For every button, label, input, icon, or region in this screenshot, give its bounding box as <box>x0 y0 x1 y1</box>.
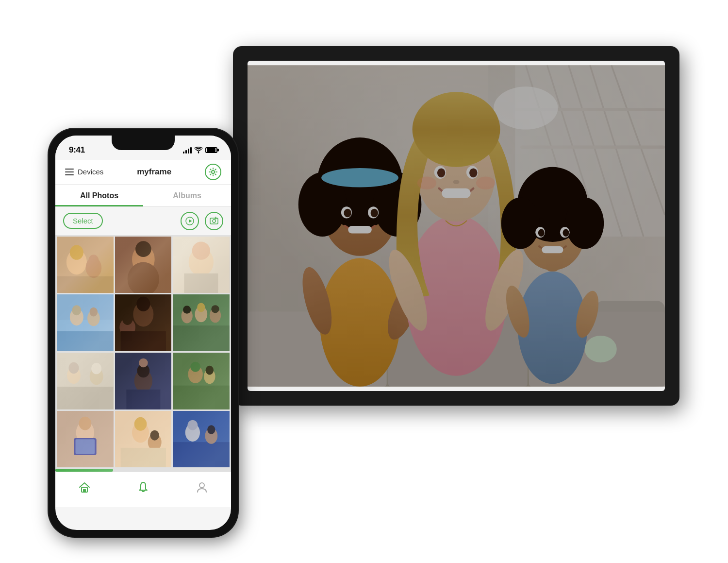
svg-point-111 <box>139 358 148 368</box>
svg-rect-63 <box>210 218 218 224</box>
svg-point-107 <box>91 363 101 374</box>
select-button[interactable]: Select <box>63 213 103 229</box>
devices-label[interactable]: Devices <box>78 168 103 176</box>
svg-point-97 <box>183 306 191 314</box>
svg-rect-82 <box>57 328 114 351</box>
svg-point-71 <box>88 255 99 266</box>
svg-point-76 <box>127 262 159 293</box>
svg-point-78 <box>189 248 214 276</box>
battery-icon <box>205 147 217 153</box>
svg-point-109 <box>134 370 152 392</box>
svg-point-70 <box>85 257 101 278</box>
svg-point-135 <box>207 425 215 434</box>
scroll-thumb <box>55 469 113 472</box>
play-circle-icon <box>185 217 194 225</box>
svg-point-84 <box>70 308 83 325</box>
svg-point-101 <box>212 305 219 313</box>
hamburger-menu-icon[interactable] <box>65 169 74 175</box>
photo-cell-4[interactable] <box>57 294 114 351</box>
bottom-nav <box>55 472 231 507</box>
svg-point-106 <box>90 368 103 385</box>
svg-point-120 <box>76 421 94 444</box>
tab-all-photos[interactable]: All Photos <box>55 185 143 206</box>
svg-point-69 <box>70 245 83 259</box>
app-header: Devices myframe <box>55 160 231 185</box>
home-icon <box>78 481 91 494</box>
svg-rect-119 <box>57 411 114 468</box>
photo-cell-2[interactable] <box>115 237 172 293</box>
svg-marker-62 <box>189 219 192 222</box>
svg-rect-123 <box>75 439 95 454</box>
photo-cell-8[interactable] <box>115 353 172 409</box>
svg-rect-112 <box>126 390 160 409</box>
tab-albums[interactable]: Albums <box>143 185 231 206</box>
svg-rect-122 <box>74 438 97 455</box>
photo-cell-3[interactable] <box>173 237 230 293</box>
svg-point-134 <box>205 428 218 444</box>
photo-cell-11[interactable] <box>115 411 172 468</box>
svg-point-116 <box>190 362 200 372</box>
svg-point-126 <box>134 417 147 430</box>
signal-bars-icon <box>183 147 192 154</box>
svg-point-118 <box>206 366 214 375</box>
svg-point-104 <box>67 367 81 384</box>
svg-rect-77 <box>173 237 230 293</box>
frame-inner <box>248 61 665 391</box>
svg-rect-95 <box>173 325 230 351</box>
nav-home[interactable] <box>55 477 114 497</box>
phone-notch <box>112 136 175 150</box>
svg-rect-131 <box>173 442 230 467</box>
svg-rect-83 <box>57 320 114 331</box>
svg-point-100 <box>210 308 221 323</box>
svg-rect-67 <box>57 237 114 293</box>
nav-profile[interactable] <box>172 477 231 497</box>
svg-point-86 <box>87 310 100 326</box>
svg-point-91 <box>119 318 135 336</box>
svg-rect-88 <box>115 294 172 351</box>
svg-rect-73 <box>115 237 172 293</box>
add-photo-button[interactable] <box>205 212 223 230</box>
digital-frame <box>233 46 679 406</box>
photo-cell-7[interactable] <box>57 353 114 409</box>
toolbar-right <box>181 212 223 230</box>
phone-screen: 9:41 <box>55 136 231 530</box>
photo-cell-12[interactable] <box>173 411 230 468</box>
svg-rect-93 <box>120 331 165 351</box>
photo-cell-1[interactable] <box>57 237 114 293</box>
bell-icon <box>137 481 149 494</box>
add-photo-icon <box>210 217 218 225</box>
scene: 9:41 <box>49 27 679 537</box>
photo-cell-10[interactable] <box>57 411 114 468</box>
photo-cell-5[interactable] <box>115 294 172 351</box>
svg-rect-102 <box>57 353 114 409</box>
header-title: myframe <box>137 167 171 177</box>
svg-point-92 <box>122 314 132 325</box>
status-time: 9:41 <box>69 145 85 155</box>
settings-button[interactable] <box>205 164 221 180</box>
svg-point-121 <box>79 416 91 430</box>
svg-point-117 <box>204 369 215 384</box>
svg-rect-108 <box>115 353 172 409</box>
status-icons <box>183 147 217 154</box>
gear-icon <box>209 168 217 176</box>
svg-point-138 <box>199 483 204 488</box>
person-icon <box>196 481 208 494</box>
svg-point-90 <box>136 297 150 311</box>
nav-notifications[interactable] <box>114 477 173 497</box>
photo-cell-6[interactable] <box>173 294 230 351</box>
svg-point-125 <box>132 422 149 443</box>
svg-point-99 <box>197 303 205 312</box>
play-slideshow-button[interactable] <box>181 212 199 230</box>
svg-point-105 <box>68 362 79 374</box>
svg-point-89 <box>133 302 153 326</box>
svg-rect-94 <box>173 294 230 351</box>
svg-rect-72 <box>57 276 114 293</box>
toolbar: Select <box>55 207 231 235</box>
tabs: All Photos Albums <box>55 185 231 207</box>
svg-point-128 <box>150 430 159 440</box>
svg-point-133 <box>188 420 198 430</box>
photo-cell-9[interactable] <box>173 353 230 409</box>
svg-point-64 <box>213 220 215 222</box>
svg-rect-137 <box>83 489 86 492</box>
frame-photo <box>248 61 665 391</box>
